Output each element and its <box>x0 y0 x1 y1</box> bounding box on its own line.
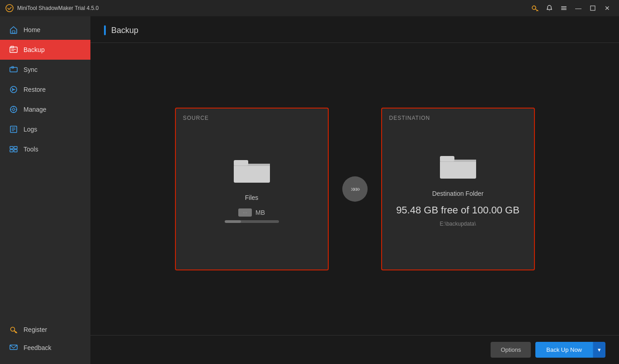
options-button[interactable]: Options <box>491 342 531 358</box>
destination-type-label: Destination Folder <box>432 190 484 197</box>
key-icon-btn[interactable] <box>529 2 541 14</box>
app-title: MiniTool ShadowMaker Trial 4.5.0 <box>17 5 529 11</box>
svg-rect-8 <box>591 6 595 10</box>
source-size-bar-fill <box>225 220 241 223</box>
page-header: Backup <box>90 16 619 43</box>
source-label: SOURCE <box>183 115 209 121</box>
main-layout: Home Backup <box>0 16 619 364</box>
sidebar-item-manage[interactable]: Manage <box>0 99 90 119</box>
sidebar-bottom: Register Feedback <box>0 321 90 364</box>
page-title: Backup <box>111 26 138 35</box>
close-button[interactable]: ✕ <box>601 2 614 14</box>
source-type-label: Files <box>245 194 259 201</box>
content-area: Backup SOURCE Files ··· MB <box>90 16 619 364</box>
sidebar-item-manage-label: Manage <box>24 106 47 113</box>
destination-card[interactable]: DESTINATION Destination Folder 95.48 GB … <box>381 108 535 270</box>
footer-bar: Options Back Up Now ▾ <box>90 335 619 364</box>
svg-rect-42 <box>440 156 454 161</box>
home-icon <box>9 25 18 34</box>
sidebar-item-sync-label: Sync <box>24 66 38 73</box>
menu-icon-btn[interactable] <box>558 2 570 14</box>
sidebar-item-tools[interactable]: Tools <box>0 139 90 159</box>
arrow-indicator: »»» <box>342 176 368 202</box>
destination-path: E:\backupdata\ <box>439 221 476 227</box>
manage-icon <box>9 105 18 114</box>
destination-folder-icon <box>440 151 476 181</box>
app-logo-icon <box>5 4 14 12</box>
svg-rect-30 <box>10 150 13 152</box>
backup-now-button[interactable]: Back Up Now <box>535 342 593 358</box>
source-size-bar <box>225 220 279 223</box>
sidebar-item-home[interactable]: Home <box>0 20 90 40</box>
sidebar-item-logs[interactable]: Logs <box>0 119 90 139</box>
svg-point-0 <box>6 5 13 12</box>
sidebar-item-restore-label: Restore <box>24 86 46 93</box>
restore-icon <box>9 85 18 94</box>
svg-rect-37 <box>234 164 270 183</box>
register-icon <box>9 325 18 334</box>
source-folder-icon <box>234 156 270 185</box>
sidebar-item-home-label: Home <box>24 26 40 33</box>
backup-now-group: Back Up Now ▾ <box>535 342 605 358</box>
sidebar-item-feedback[interactable]: Feedback <box>0 339 90 357</box>
backup-now-dropdown-button[interactable]: ▾ <box>593 342 605 358</box>
svg-rect-5 <box>561 6 567 7</box>
source-size-text: MB <box>255 209 265 216</box>
sidebar: Home Backup <box>0 16 90 364</box>
source-card[interactable]: SOURCE Files ··· MB <box>175 108 329 270</box>
window-controls: — ✕ <box>529 2 614 14</box>
sidebar-item-register[interactable]: Register <box>0 321 90 339</box>
svg-rect-6 <box>561 8 567 9</box>
svg-rect-9 <box>12 31 15 33</box>
notification-icon-btn[interactable] <box>543 2 556 14</box>
minimize-button[interactable]: — <box>572 2 585 14</box>
sidebar-nav: Home Backup <box>0 16 90 321</box>
arrow-chevrons: »»» <box>351 185 359 193</box>
sidebar-item-restore[interactable]: Restore <box>0 80 90 99</box>
page-header-accent <box>104 25 106 35</box>
sidebar-item-feedback-label: Feedback <box>24 344 51 351</box>
svg-rect-7 <box>561 9 567 10</box>
logs-icon <box>9 125 18 134</box>
destination-free-space: 95.48 GB free of 100.00 GB <box>396 204 520 216</box>
tools-icon <box>9 145 18 154</box>
titlebar: MiniTool ShadowMaker Trial 4.5.0 <box>0 0 619 16</box>
feedback-icon <box>9 343 18 352</box>
svg-rect-29 <box>14 147 17 149</box>
sidebar-item-tools-label: Tools <box>24 146 38 153</box>
svg-rect-28 <box>10 147 13 149</box>
svg-point-19 <box>13 109 15 111</box>
source-size-prefix: ··· <box>238 208 252 217</box>
sync-icon <box>9 65 18 74</box>
svg-rect-39 <box>234 160 248 165</box>
backup-area: SOURCE Files ··· MB »»» <box>90 43 619 335</box>
maximize-button[interactable] <box>586 2 599 14</box>
sidebar-item-sync[interactable]: Sync <box>0 60 90 80</box>
sidebar-item-logs-label: Logs <box>24 126 37 133</box>
backup-icon <box>9 45 18 54</box>
backup-dropdown-arrow-icon: ▾ <box>598 346 601 353</box>
sidebar-item-backup[interactable]: Backup <box>0 40 90 60</box>
svg-rect-31 <box>14 150 17 152</box>
sidebar-item-backup-label: Backup <box>24 46 45 53</box>
destination-label: DESTINATION <box>389 115 430 121</box>
sidebar-item-register-label: Register <box>24 326 47 333</box>
source-size: ··· MB <box>238 208 265 217</box>
svg-rect-40 <box>440 160 476 179</box>
